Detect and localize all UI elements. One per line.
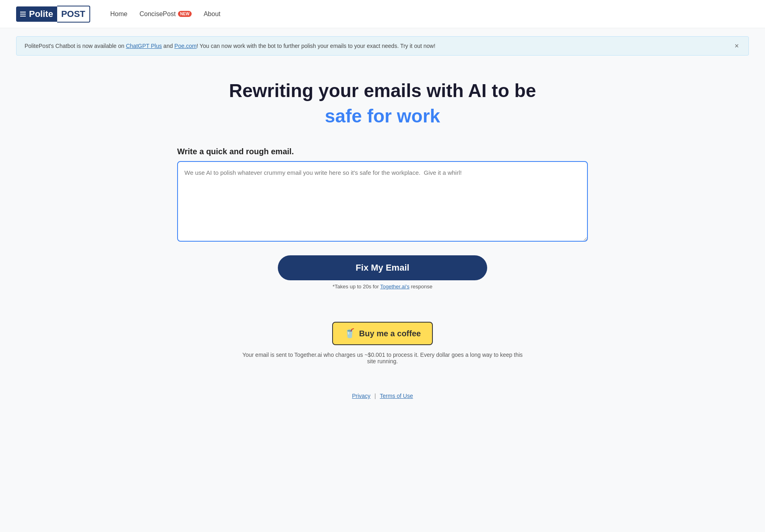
cost-note: Your email is sent to Together.ai who ch…: [242, 352, 523, 364]
cta-subtext-before: *Takes up to 20s for: [333, 284, 380, 290]
banner-close-button[interactable]: ×: [733, 42, 740, 50]
banner-text-before: PolitePost's Chatbot is now available on: [25, 43, 126, 49]
buy-coffee-button[interactable]: 🥤 Buy me a coffee: [332, 322, 433, 345]
hero-title-line2: safe for work: [177, 105, 588, 127]
coffee-button-label: Buy me a coffee: [359, 329, 421, 338]
nav-links: Home ConcisePost New About: [110, 10, 221, 18]
fix-my-email-button[interactable]: Fix My Email: [278, 255, 487, 280]
nav-concise-post[interactable]: ConcisePost New: [140, 10, 192, 18]
poe-link[interactable]: Poe.com: [174, 43, 196, 49]
form-label: Write a quick and rough email.: [177, 147, 588, 156]
navbar: Polite POST Home ConcisePost New About: [0, 0, 765, 28]
cta-subtext-after: response: [409, 284, 432, 290]
footer-divider: |: [374, 393, 376, 399]
logo[interactable]: Polite POST: [16, 6, 90, 23]
logo-polite-text: Polite: [29, 9, 53, 19]
nav-home[interactable]: Home: [110, 10, 128, 18]
terms-link[interactable]: Terms of Use: [380, 393, 413, 399]
logo-post-text: POST: [57, 6, 90, 23]
cta-container: Fix My Email *Takes up to 20s for Togeth…: [177, 255, 588, 290]
together-ai-link[interactable]: Together.ai's: [380, 284, 409, 290]
nav-about[interactable]: About: [204, 10, 221, 18]
email-input[interactable]: [177, 161, 588, 242]
new-badge: New: [178, 11, 191, 17]
banner-text-middle: and: [162, 43, 174, 49]
chatgpt-link[interactable]: ChatGPT Plus: [126, 43, 162, 49]
banner-text-after: ! You can now work with the bot to furth…: [196, 43, 435, 49]
cta-subtext: *Takes up to 20s for Together.ai's respo…: [333, 284, 432, 290]
announcement-banner: PolitePost's Chatbot is now available on…: [16, 36, 749, 56]
coffee-icon: 🥤: [344, 328, 355, 339]
concise-post-label: ConcisePost: [140, 10, 176, 18]
hero-title-line1: Rewriting your emails with AI to be: [177, 80, 588, 102]
banner-text: PolitePost's Chatbot is now available on…: [25, 43, 435, 49]
main-content: Rewriting your emails with AI to be safe…: [161, 64, 604, 381]
coffee-section: 🥤 Buy me a coffee Your email is sent to …: [177, 322, 588, 364]
footer: Privacy | Terms of Use: [0, 381, 765, 407]
privacy-link[interactable]: Privacy: [352, 393, 370, 399]
